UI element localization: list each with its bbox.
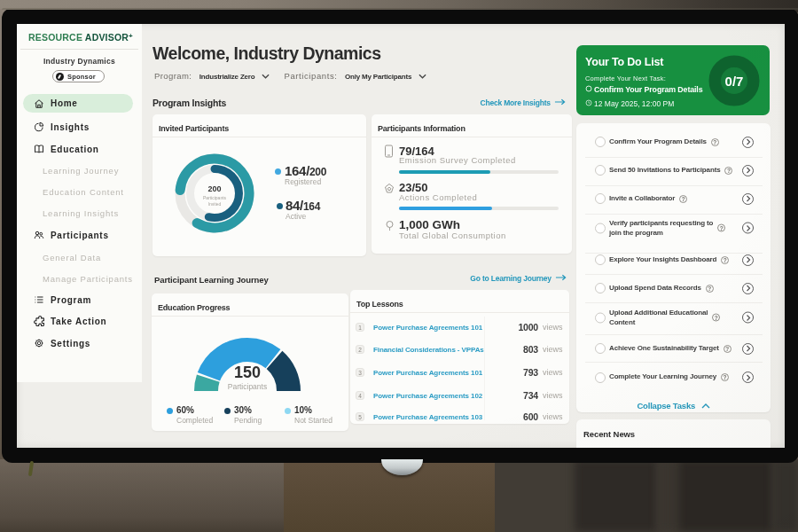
svg-text:200: 200 [207, 184, 221, 193]
svg-text:0/7: 0/7 [725, 74, 744, 89]
svg-text:Invited: Invited [208, 201, 222, 207]
svg-text:Participants: Participants [203, 195, 227, 200]
